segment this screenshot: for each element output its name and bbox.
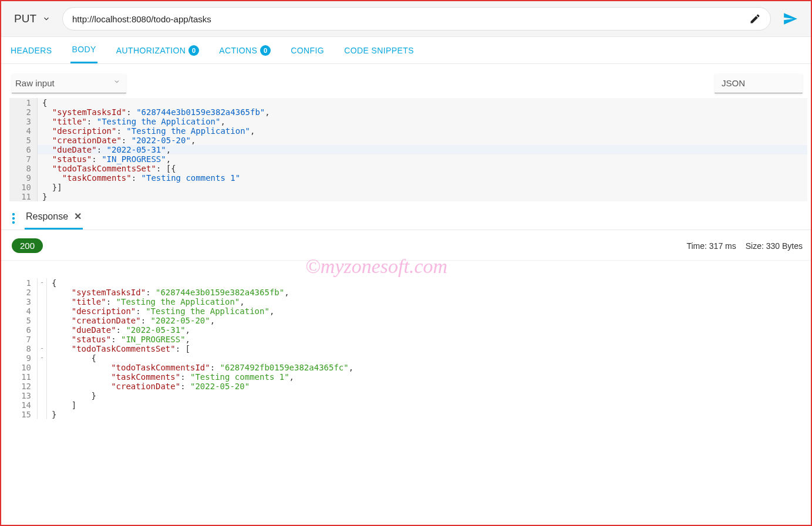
fold-toggle[interactable]: - (38, 344, 47, 353)
tab-body[interactable]: BODY (70, 37, 97, 63)
response-tab[interactable]: Response ✕ (25, 207, 83, 230)
code-line: "status": "IN_PROGRESS", (47, 335, 807, 344)
request-body-editor[interactable]: 1{2 "systemTasksId": "628744e3b0159e382a… (9, 98, 807, 201)
code-line: "todoTaskCommentsId": "6287492fb0159e382… (47, 363, 807, 372)
code-line[interactable]: "systemTasksId": "628744e3b0159e382a4365… (38, 107, 807, 117)
more-dots-icon[interactable] (12, 213, 15, 224)
pencil-icon[interactable] (749, 13, 761, 25)
code-line[interactable]: "taskComments": "Testing comments 1" (38, 173, 807, 183)
fold-toggle (38, 288, 47, 297)
fold-toggle (38, 400, 47, 410)
authorization-count-badge: 0 (188, 45, 199, 56)
line-number: 4 (9, 306, 38, 316)
code-line: { (47, 353, 807, 363)
line-number: 1 (9, 98, 38, 107)
line-number: 1 (9, 278, 38, 288)
line-number: 10 (9, 363, 38, 372)
code-line[interactable]: "creationDate": "2022-05-20", (38, 136, 807, 145)
fold-toggle (38, 297, 47, 306)
code-line[interactable]: }] (38, 183, 807, 192)
fold-toggle (38, 316, 47, 325)
line-number: 13 (9, 391, 38, 400)
http-method-select[interactable]: PUT (9, 9, 55, 29)
code-line: } (47, 391, 807, 400)
line-number: 4 (9, 126, 38, 136)
tab-authorization[interactable]: AUTHORIZATION 0 (115, 37, 201, 63)
code-line: { (47, 278, 807, 288)
code-line: "creationDate": "2022-05-20", (47, 316, 807, 325)
fold-toggle (38, 391, 47, 400)
line-number: 5 (9, 136, 38, 145)
code-line[interactable]: "description": "Testing the Application"… (38, 126, 807, 136)
chevron-down-icon (113, 78, 120, 88)
code-line[interactable]: "title": "Testing the Application", (38, 117, 807, 126)
fold-toggle[interactable]: - (38, 353, 47, 363)
response-body-viewer[interactable]: 1-{2 "systemTasksId": "628744e3b0159e382… (9, 278, 807, 419)
code-line[interactable]: "status": "IN_PROGRESS", (38, 154, 807, 164)
line-number: 3 (9, 297, 38, 306)
line-number: 8 (9, 344, 38, 353)
response-meta: Time: 317 ms Size: 330 Bytes (686, 241, 803, 251)
url-input[interactable] (72, 14, 749, 24)
line-number: 8 (9, 164, 38, 173)
fold-toggle (38, 382, 47, 391)
line-number: 11 (9, 192, 38, 201)
send-request-button[interactable] (778, 11, 803, 26)
line-number: 3 (9, 117, 38, 126)
line-number: 7 (9, 154, 38, 164)
request-topbar: PUT (1, 1, 811, 37)
code-line: "creationDate": "2022-05-20" (47, 382, 807, 391)
content-type-select[interactable]: JSON (715, 73, 803, 93)
fold-toggle (38, 363, 47, 372)
http-method-value: PUT (14, 12, 36, 25)
line-number: 2 (9, 107, 38, 117)
code-line: "title": "Testing the Application", (47, 297, 807, 306)
code-line[interactable]: "todoTaskCommentsSet": [{ (38, 164, 807, 173)
response-status-row: 200 Time: 317 ms Size: 330 Bytes (1, 230, 811, 261)
svg-point-0 (12, 213, 15, 215)
svg-point-1 (12, 217, 15, 220)
fold-toggle (38, 306, 47, 316)
tab-actions[interactable]: ACTIONS 0 (218, 37, 272, 63)
fold-toggle[interactable]: - (38, 278, 47, 288)
code-line: "taskComments": "Testing comments 1", (47, 372, 807, 382)
code-line[interactable]: "dueDate": "2022-05-31", (38, 145, 807, 154)
actions-count-badge: 0 (260, 45, 271, 56)
request-tabs: HEADERS BODY AUTHORIZATION 0 ACTIONS 0 C… (1, 37, 811, 64)
code-line: "todoTaskCommentsSet": [ (47, 344, 807, 353)
code-line[interactable]: } (38, 192, 807, 201)
line-number: 6 (9, 325, 38, 335)
status-code-badge: 200 (12, 238, 43, 253)
line-number: 15 (9, 410, 38, 419)
close-icon[interactable]: ✕ (74, 211, 82, 222)
url-input-box (62, 7, 771, 31)
line-number: 9 (9, 353, 38, 363)
fold-toggle (38, 335, 47, 344)
line-number: 14 (9, 400, 38, 410)
code-line: "dueDate": "2022-05-31", (47, 325, 807, 335)
line-number: 5 (9, 316, 38, 325)
code-line[interactable]: { (38, 98, 807, 107)
svg-point-2 (12, 221, 15, 224)
chevron-down-icon (42, 15, 50, 23)
line-number: 10 (9, 183, 38, 192)
response-tab-bar: Response ✕ (1, 201, 811, 230)
response-size: Size: 330 Bytes (746, 241, 803, 251)
line-number: 6 (9, 145, 38, 154)
line-number: 2 (9, 288, 38, 297)
fold-toggle (38, 325, 47, 335)
tab-config[interactable]: CONFIG (289, 37, 325, 63)
code-line: ] (47, 400, 807, 410)
code-line: } (47, 410, 807, 419)
line-number: 12 (9, 382, 38, 391)
code-line: "description": "Testing the Application"… (47, 306, 807, 316)
tab-code-snippets[interactable]: CODE SNIPPETS (343, 37, 415, 63)
line-number: 11 (9, 372, 38, 382)
body-type-select[interactable]: Raw input (12, 73, 126, 93)
response-time: Time: 317 ms (686, 241, 736, 251)
tab-headers[interactable]: HEADERS (9, 37, 53, 63)
line-number: 9 (9, 173, 38, 183)
fold-toggle (38, 410, 47, 419)
code-line: "systemTasksId": "628744e3b0159e382a4365… (47, 288, 807, 297)
line-number: 7 (9, 335, 38, 344)
